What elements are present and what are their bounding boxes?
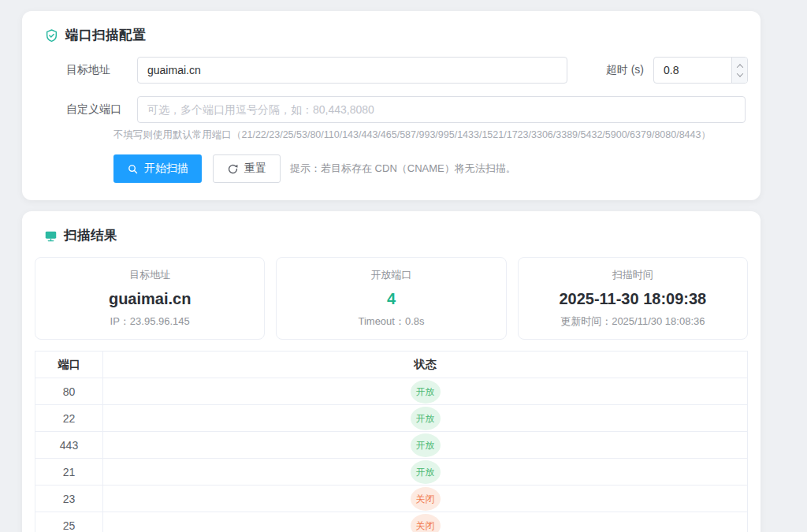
refresh-icon — [227, 163, 239, 175]
summary-sub: Timeout：0.8s — [284, 314, 497, 329]
summary-sub: 更新时间：2025/11/30 18:08:36 — [526, 314, 739, 329]
status-badge: 关闭 — [411, 514, 441, 532]
scan-results-title: 扫描结果 — [64, 227, 117, 244]
status-badge: 开放 — [411, 460, 441, 484]
timeout-group: 超时 (s) — [606, 57, 748, 84]
status-cell: 关闭 — [103, 485, 748, 512]
summary-value: 2025-11-30 18:09:38 — [526, 288, 739, 309]
scan-results-card: 扫描结果 目标地址 guaimai.cn IP：23.95.96.145 开放端… — [22, 211, 761, 532]
number-spinner[interactable] — [731, 58, 747, 83]
port-column-header: 端口 — [35, 352, 103, 378]
status-badge: 开放 — [411, 433, 441, 457]
search-icon — [127, 163, 139, 175]
reset-label: 重置 — [244, 162, 266, 176]
scan-config-card: 端口扫描配置 目标地址 超时 (s) 自定义端口 不填写则使用默认常用端口（21… — [22, 11, 761, 200]
port-cell: 23 — [35, 485, 103, 512]
summary-label: 目标地址 — [43, 268, 256, 282]
status-badge: 开放 — [411, 407, 441, 430]
port-results-table: 端口 状态 80 开放 22 开放 443 开放 21 开放 23 关闭 — [35, 351, 748, 532]
start-scan-label: 开始扫描 — [144, 162, 188, 176]
summary-label: 开放端口 — [284, 268, 497, 282]
target-label: 目标地址 — [66, 63, 137, 77]
port-cell: 22 — [35, 405, 103, 432]
status-column-header: 状态 — [103, 352, 748, 378]
summary-sub: IP：23.95.96.145 — [43, 314, 256, 329]
table-row: 21 开放 — [35, 459, 748, 485]
summary-value: 4 — [284, 288, 497, 309]
status-badge: 关闭 — [411, 487, 441, 511]
page: 端口扫描配置 目标地址 超时 (s) 自定义端口 不填写则使用默认常用端口（21… — [0, 0, 807, 532]
status-cell: 开放 — [103, 459, 748, 485]
table-row: 80 开放 — [35, 378, 748, 405]
ports-help-text: 不填写则使用默认常用端口（21/22/23/25/53/80/110/143/4… — [113, 128, 748, 142]
cdn-hint-text: 提示：若目标存在 CDN（CNAME）将无法扫描。 — [290, 162, 516, 176]
table-row: 443 开放 — [35, 432, 748, 459]
port-cell: 80 — [35, 378, 103, 405]
scan-results-header: 扫描结果 — [35, 227, 748, 244]
status-badge: 开放 — [411, 380, 441, 404]
ports-row: 自定义端口 — [35, 96, 748, 123]
summary-card: 目标地址 guaimai.cn IP：23.95.96.145 — [35, 257, 265, 340]
status-cell: 开放 — [103, 405, 748, 432]
custom-ports-input[interactable] — [137, 96, 746, 123]
port-cell: 25 — [35, 512, 103, 532]
scan-config-title: 端口扫描配置 — [65, 27, 146, 44]
port-cell: 21 — [35, 459, 103, 485]
status-cell: 关闭 — [103, 512, 748, 532]
action-row: 开始扫描 重置 提示：若目标存在 CDN（CNAME）将无法扫描。 — [113, 154, 748, 183]
summary-value: guaimai.cn — [43, 288, 256, 309]
timeout-stepper — [653, 57, 748, 84]
status-cell: 开放 — [103, 378, 748, 405]
timeout-label: 超时 (s) — [606, 63, 644, 77]
summary-row: 目标地址 guaimai.cn IP：23.95.96.145 开放端口 4 T… — [35, 257, 748, 340]
status-cell: 开放 — [103, 432, 748, 459]
target-row: 目标地址 超时 (s) — [35, 57, 748, 84]
table-header-row: 端口 状态 — [35, 352, 748, 378]
port-cell: 443 — [35, 432, 103, 459]
summary-card: 开放端口 4 Timeout：0.8s — [276, 257, 506, 340]
scan-config-header: 端口扫描配置 — [35, 27, 748, 44]
start-scan-button[interactable]: 开始扫描 — [113, 154, 202, 183]
summary-card: 扫描时间 2025-11-30 18:09:38 更新时间：2025/11/30… — [518, 257, 748, 340]
shield-check-icon — [44, 28, 59, 43]
summary-label: 扫描时间 — [526, 268, 739, 282]
reset-button[interactable]: 重置 — [213, 154, 281, 183]
target-input[interactable] — [137, 57, 567, 84]
table-row: 25 关闭 — [35, 512, 748, 532]
spinner-down-icon[interactable] — [736, 70, 742, 76]
monitor-icon — [44, 229, 58, 243]
table-row: 22 开放 — [35, 405, 748, 432]
table-row: 23 关闭 — [35, 485, 748, 512]
ports-label: 自定义端口 — [66, 102, 137, 117]
